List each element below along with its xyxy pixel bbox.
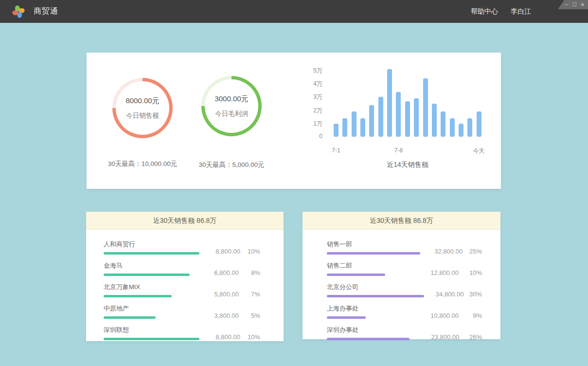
daily-sales-bar — [369, 105, 374, 137]
rank-item-amount: 8,800.00 — [199, 334, 240, 340]
maximize-button[interactable]: ☐ — [572, 2, 577, 7]
rank-item-percent: 30% — [464, 291, 482, 297]
rank-row: 北京分公司34,800.0030% — [327, 283, 482, 297]
daily-sales-bar — [342, 118, 347, 137]
today-profit-donut-center: 3000.00元 今日毛利润 — [205, 79, 258, 133]
rank-item-name: 销售二部 — [327, 261, 408, 270]
close-button[interactable]: ✕ — [581, 2, 585, 7]
rank-item-percent: 10% — [240, 334, 260, 340]
y-axis-tick: 0 — [291, 133, 322, 140]
department-rank-list: 销售一部32,800.0025%销售二部12,800.0010%北京分公司34,… — [303, 230, 500, 340]
department-rank-title: 近30天销售额 86.8万 — [303, 212, 500, 230]
rank-item-info: 北京分公司 — [327, 283, 424, 297]
rank-item-progress-bar — [104, 338, 199, 340]
rank-item-percent: 5% — [239, 312, 260, 319]
department-rank-card: 近30天销售额 86.8万 销售一部32,800.0025%销售二部12,800… — [303, 212, 500, 339]
rank-item-info: 上海办事处 — [327, 304, 408, 319]
daily-sales-bar — [334, 124, 339, 137]
profit-30day-max-note: 30天最高：5,000.00元 — [176, 161, 287, 169]
rank-item-progress-bar — [104, 252, 199, 255]
x-axis-label: 7-1 — [332, 147, 340, 154]
rank-row: 金海马6,800.008% — [104, 261, 260, 276]
rank-item-amount: 32,800.00 — [420, 248, 463, 255]
rank-item-amount: 10,800.00 — [408, 312, 459, 319]
rank-item-name: 中原地产 — [104, 304, 195, 313]
today-profit-donut-ring: 3000.00元 今日毛利润 — [201, 76, 262, 136]
x-axis-label: 7-8 — [394, 147, 403, 154]
daily-sales-bar — [459, 124, 463, 137]
rank-item-info: 北京万象MIX — [104, 283, 195, 297]
y-axis-tick: 1万 — [291, 120, 322, 128]
today-profit-donut: 3000.00元 今日毛利润 — [176, 76, 287, 136]
help-center-link[interactable]: 帮助中心 — [471, 7, 498, 16]
daily-sales-bar — [414, 98, 419, 137]
window-controls: ─ ☐ ✕ — [558, 0, 588, 9]
rank-item-info: 销售二部 — [327, 261, 408, 276]
rank-item-info: 深圳联想 — [104, 326, 199, 340]
bar-chart-y-axis: 01万2万3万4万5万 — [291, 53, 322, 189]
rank-item-progress-bar — [327, 338, 410, 340]
today-sales-donut-center: 8000.00元 今日销售额 — [116, 81, 169, 135]
rank-item-amount: 3,800.00 — [195, 312, 239, 319]
daily-sales-bar — [387, 69, 392, 137]
rank-item-amount: 34,800.00 — [424, 291, 464, 297]
daily-sales-bar — [441, 111, 445, 137]
bar-chart-x-axis: 7-17-8今天 — [334, 147, 481, 155]
daily-sales-bar — [423, 78, 428, 137]
daily-sales-bar — [378, 97, 383, 137]
daily-sales-bar — [396, 92, 401, 137]
rank-item-name: 销售一部 — [327, 240, 420, 249]
y-axis-tick: 3万 — [291, 93, 322, 101]
rank-item-progress-bar — [327, 252, 420, 255]
rank-item-name: 金海马 — [104, 261, 195, 270]
daily-sales-bar — [467, 118, 472, 137]
rank-item-percent: 10% — [240, 248, 260, 255]
daily-sales-bar — [352, 111, 356, 137]
rank-item-amount: 12,800.00 — [408, 270, 459, 276]
x-axis-label: 今天 — [473, 147, 485, 155]
rank-item-percent: 25% — [463, 248, 482, 255]
user-menu[interactable]: 李白江 — [511, 7, 531, 16]
rank-item-name: 深圳办事处 — [327, 326, 410, 334]
daily-sales-bar — [432, 104, 437, 137]
rank-item-info: 销售一部 — [327, 240, 420, 255]
titlebar-menu: 帮助中心 李白江 — [471, 0, 531, 23]
rank-row: 销售一部32,800.0025% — [327, 240, 482, 255]
rank-row: 销售二部12,800.0010% — [327, 261, 482, 276]
minimize-button[interactable]: ─ — [565, 2, 569, 7]
rank-item-name: 北京万象MIX — [104, 283, 195, 292]
y-axis-tick: 4万 — [291, 80, 322, 88]
rank-item-amount: 5,800.00 — [195, 291, 239, 297]
bar-chart-title: 近14天销售额 — [334, 161, 481, 169]
rank-item-percent: 8% — [239, 270, 260, 276]
rank-item-info: 深圳办事处 — [327, 326, 410, 340]
daily-sales-bar-chart — [334, 69, 481, 137]
rank-item-percent: 9% — [459, 312, 482, 319]
rank-item-percent: 7% — [239, 291, 260, 297]
y-axis-tick: 5万 — [291, 67, 322, 75]
rank-item-progress-bar — [327, 274, 385, 276]
customer-rank-list: 人和商贸行8,800.0010%金海马6,800.008%北京万象MIX5,80… — [86, 230, 284, 340]
rank-item-name: 上海办事处 — [327, 304, 408, 313]
rank-row: 深圳联想8,800.0010% — [104, 326, 260, 340]
rank-item-progress-bar — [327, 295, 424, 297]
rank-item-name: 深圳联想 — [104, 326, 199, 334]
y-axis-tick: 2万 — [291, 107, 322, 115]
overview-card: 8000.00元 今日销售额 30天最高：10,000.00元 3000.00元… — [87, 53, 501, 189]
titlebar: 商贸通 帮助中心 李白江 ─ ☐ ✕ — [0, 0, 588, 23]
app-logo-pinwheel-icon — [12, 5, 25, 18]
rank-item-info: 金海马 — [104, 261, 195, 276]
today-sales-caption: 今日销售额 — [126, 111, 159, 120]
rank-item-amount: 6,800.00 — [195, 270, 239, 276]
rank-row: 深圳办事处23,800.0026% — [327, 326, 482, 340]
customer-rank-card: 近30天销售额 86.8万 人和商贸行8,800.0010%金海马6,800.0… — [86, 212, 284, 341]
daily-sales-bar — [405, 101, 410, 137]
rank-item-info: 人和商贸行 — [104, 240, 199, 255]
rank-item-info: 中原地产 — [104, 304, 195, 319]
today-profit-caption: 今日毛利润 — [215, 110, 248, 118]
rank-row: 北京万象MIX5,800.007% — [104, 283, 260, 297]
daily-sales-bar — [477, 111, 481, 137]
rank-item-progress-bar — [104, 316, 156, 319]
rank-item-percent: 26% — [459, 334, 482, 340]
today-profit-value: 3000.00元 — [214, 94, 248, 104]
